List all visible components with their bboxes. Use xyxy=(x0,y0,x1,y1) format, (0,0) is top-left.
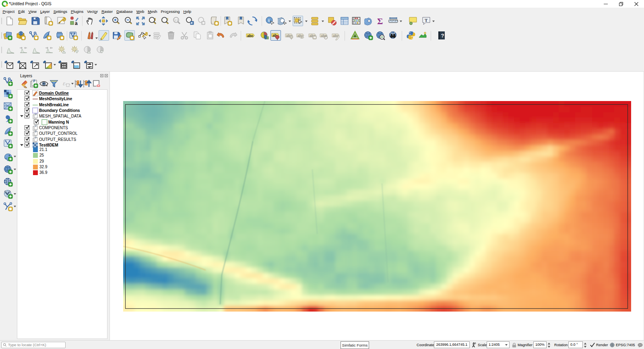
svg-text:i: i xyxy=(268,18,270,23)
svg-text:abc: abc xyxy=(247,34,254,38)
svg-text:Σ: Σ xyxy=(377,16,383,26)
svg-text:?: ? xyxy=(441,33,444,39)
svg-text:T: T xyxy=(425,18,428,23)
svg-text:ε: ε xyxy=(63,80,65,87)
svg-text:a: a xyxy=(75,21,78,26)
svg-text:1:1: 1:1 xyxy=(174,19,178,22)
